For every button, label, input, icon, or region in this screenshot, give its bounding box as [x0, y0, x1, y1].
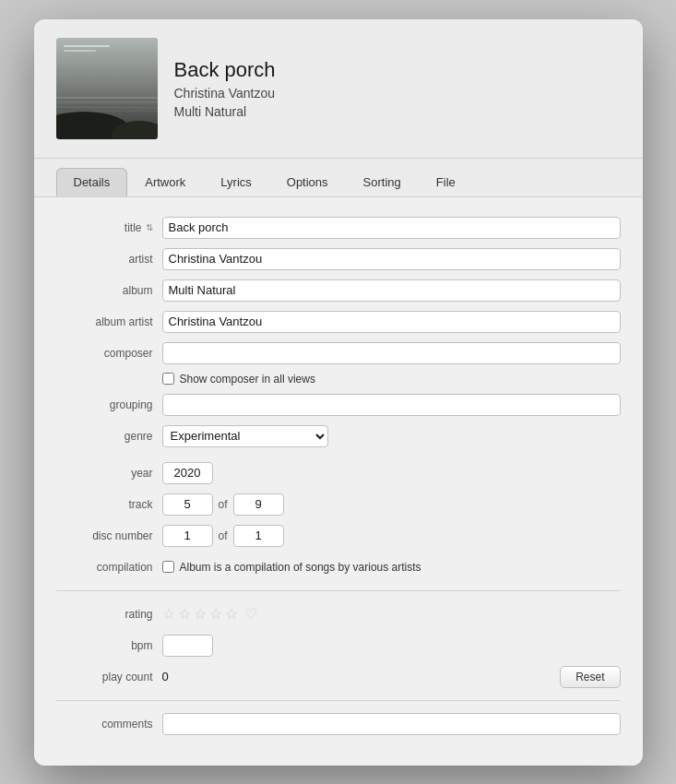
album-title: Back porch [174, 58, 276, 82]
bpm-input[interactable] [162, 635, 213, 657]
comments-input[interactable] [162, 713, 621, 735]
play-count-label: play count [56, 671, 162, 683]
show-composer-checkbox[interactable] [162, 373, 174, 385]
album-art [56, 38, 158, 139]
sort-arrow-icon: ⇅ [146, 222, 153, 232]
compilation-label: compilation [56, 561, 162, 574]
tab-options[interactable]: Options [269, 168, 346, 196]
comments-row: comments [56, 712, 621, 736]
heart-icon[interactable]: ♡ [244, 605, 257, 623]
album-artist-input[interactable] [162, 311, 621, 333]
genre-label: genre [56, 430, 162, 443]
artist-label: artist [56, 253, 162, 266]
tabs-bar: Details Artwork Lyrics Options Sorting F… [34, 159, 643, 197]
album-header: Back porch Christina Vantzou Multi Natur… [34, 19, 643, 159]
song-info-dialog: Back porch Christina Vantzou Multi Natur… [34, 19, 643, 766]
artist-input[interactable] [162, 248, 621, 270]
album-artist-label: album artist [56, 315, 162, 328]
grouping-input[interactable] [162, 394, 621, 416]
divider-1 [56, 590, 621, 591]
rating-row: rating ☆ ☆ ☆ ☆ ☆ ♡ [56, 602, 621, 626]
year-label: year [56, 467, 162, 480]
tab-file[interactable]: File [419, 168, 473, 196]
disc-input[interactable] [162, 525, 213, 547]
album-input[interactable] [162, 279, 621, 302]
tab-artwork[interactable]: Artwork [127, 168, 203, 196]
rating-stars[interactable]: ☆ ☆ ☆ ☆ ☆ ♡ [162, 605, 257, 623]
star-2[interactable]: ☆ [178, 605, 191, 623]
disc-total-input[interactable] [233, 525, 284, 547]
track-input[interactable] [162, 493, 213, 516]
title-label: title ⇅ [56, 221, 162, 234]
track-label: track [56, 498, 162, 511]
disc-of-label: of [219, 529, 228, 542]
star-1[interactable]: ☆ [162, 605, 175, 623]
grouping-label: grouping [56, 398, 162, 411]
svg-rect-8 [64, 50, 96, 52]
tab-details[interactable]: Details [56, 168, 128, 196]
track-row: track of [56, 493, 621, 517]
play-count-value: 0 [162, 670, 169, 683]
track-total-input[interactable] [233, 493, 284, 516]
bpm-label: bpm [56, 639, 162, 652]
album-artist-row: album artist [56, 310, 621, 334]
composer-row: composer [56, 341, 621, 365]
play-count-row: play count 0 Reset [56, 665, 621, 689]
grouping-row: grouping [56, 393, 621, 417]
show-composer-row: Show composer in all views [162, 373, 621, 386]
compilation-text[interactable]: Album is a compilation of songs by vario… [180, 561, 421, 574]
composer-label: composer [56, 347, 162, 360]
compilation-checkbox[interactable] [162, 561, 174, 573]
comments-label: comments [56, 718, 162, 731]
divider-2 [56, 700, 621, 701]
album-label: album [56, 284, 162, 297]
genre-select[interactable]: Experimental Classical Electronic Ambien… [162, 425, 328, 447]
artist-row: artist [56, 247, 621, 271]
composer-input[interactable] [162, 342, 621, 364]
year-input[interactable] [162, 462, 213, 484]
title-row: title ⇅ [56, 216, 621, 240]
rating-label: rating [56, 608, 162, 621]
svg-rect-7 [64, 45, 110, 47]
disc-label: disc number [56, 529, 162, 542]
album-info: Back porch Christina Vantzou Multi Natur… [174, 58, 276, 119]
album-name: Multi Natural [174, 104, 276, 119]
genre-row: genre Experimental Classical Electronic … [56, 424, 621, 448]
album-artist-name: Christina Vantzou [174, 86, 276, 101]
year-row: year [56, 461, 621, 485]
reset-button[interactable]: Reset [560, 666, 620, 688]
star-3[interactable]: ☆ [194, 605, 207, 623]
show-composer-label[interactable]: Show composer in all views [180, 373, 315, 386]
compilation-row: compilation Album is a compilation of so… [56, 555, 621, 579]
star-4[interactable]: ☆ [209, 605, 222, 623]
tab-lyrics[interactable]: Lyrics [203, 168, 268, 196]
track-of-label: of [219, 498, 228, 511]
title-input[interactable] [162, 217, 621, 239]
details-content: title ⇅ artist album album artist compos… [34, 197, 643, 766]
album-row: album [56, 279, 621, 303]
tab-sorting[interactable]: Sorting [346, 168, 419, 196]
bpm-row: bpm [56, 634, 621, 658]
star-5[interactable]: ☆ [225, 605, 238, 623]
disc-row: disc number of [56, 524, 621, 548]
